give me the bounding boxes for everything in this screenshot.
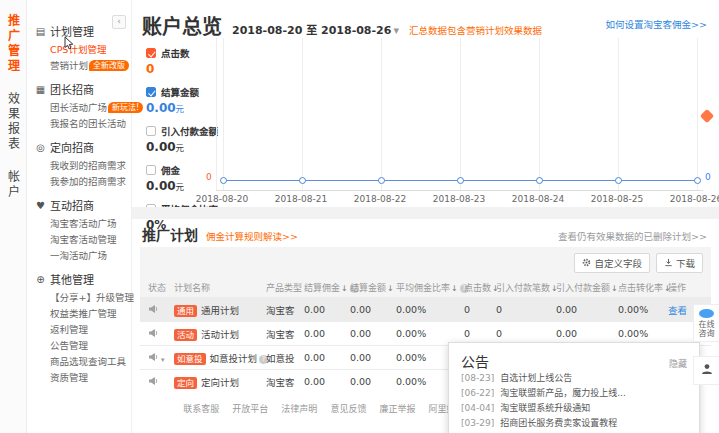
plans-header: 推广计划 佣金计算规则解读>>: [142, 224, 298, 244]
sidebar-section-label: 计划管理: [50, 23, 94, 39]
sidebar-section-label: 互动招商: [50, 197, 94, 213]
sidebar-item[interactable]: 公告管理: [50, 340, 131, 352]
metric-value: 0.00元: [146, 101, 218, 115]
chart-gridline: [697, 38, 698, 190]
commission-rule-link[interactable]: 佣金计算规则解读>>: [206, 229, 298, 243]
sidebar-item[interactable]: 一淘活动广场: [50, 250, 131, 262]
plans-title: 推广计划: [142, 224, 198, 244]
metric-checkbox[interactable]: [146, 165, 156, 175]
sidebar-section-title[interactable]: ◎定向招商: [35, 139, 131, 155]
footer-link[interactable]: 意见反馈: [330, 402, 366, 415]
sidebar-item[interactable]: 资质管理: [50, 372, 131, 384]
sidebar-item[interactable]: 淘宝客活动广场: [50, 218, 131, 230]
column-header: 平均佣金比率: [396, 281, 464, 294]
chart-gridline: [302, 38, 303, 190]
sidebar-collapse-button[interactable]: [112, 15, 126, 29]
product-cell: 淘宝客: [266, 303, 304, 317]
chart-gridline: [381, 38, 382, 190]
sidebar-item[interactable]: 【分享+】升级管理: [50, 292, 131, 304]
plus-circle-icon: ⊕: [35, 274, 46, 285]
vnav-item-promotion-manage[interactable]: 推广管理: [5, 14, 22, 74]
sort-icon[interactable]: [610, 283, 618, 293]
sidebar-menu: ▤计划管理CPS计划管理营销计划全新改版▦团长招商团长活动广场新玩法!我报名的团…: [27, 23, 131, 384]
chart-x-tick: 2018-08-26: [670, 194, 719, 204]
column-label: 引入付款金额: [556, 283, 610, 293]
announcement-item[interactable]: [08-23]自选计划上线公告: [461, 371, 687, 386]
chevron-down-icon: [391, 24, 399, 37]
metric-checkbox[interactable]: [146, 48, 156, 58]
sidebar-section-title[interactable]: ⊕其他管理: [35, 271, 131, 287]
sidebar-item[interactable]: 团长活动广场新玩法!: [50, 102, 131, 114]
chart-point: [694, 177, 701, 184]
column-header: 点击转化率: [618, 281, 668, 294]
contact-person-widget[interactable]: [693, 356, 719, 385]
metric-label: 点击数: [161, 46, 190, 60]
deleted-plans-link[interactable]: 查看仍有效果数据的已删除计划>>: [558, 229, 707, 243]
sort-icon[interactable]: [450, 283, 458, 293]
metric-checkbox[interactable]: [146, 126, 156, 136]
custom-fields-button[interactable]: 自定义字段: [574, 253, 650, 273]
sidebar-item[interactable]: 我报名的团长活动: [50, 118, 131, 130]
vnav-item-effect-report[interactable]: 效果报表: [5, 92, 22, 152]
pay-amount-cell: 0.00: [556, 328, 618, 339]
vertical-nav: 推广管理 效果报表 帐户: [0, 0, 27, 433]
column-header: 状态: [148, 281, 174, 294]
announcement-hide-link[interactable]: 隐藏: [669, 357, 687, 370]
target-icon: ◎: [35, 142, 46, 153]
sort-icon[interactable]: [340, 283, 348, 293]
vnav-item-account[interactable]: 帐户: [5, 170, 22, 200]
chart-gridline: [539, 38, 540, 190]
plans-toolbar: 自定义字段 下载: [140, 247, 711, 278]
sidebar-section-title[interactable]: ▦团长招商: [35, 81, 131, 97]
column-label: 计划名称: [174, 283, 210, 293]
chevron-down-icon[interactable]: ▾: [161, 356, 165, 364]
announcement-item[interactable]: [03-29]招商团长服务费卖家设置教程: [461, 416, 687, 431]
chart-x-tick: 2018-08-23: [433, 194, 485, 204]
metric-unit: 元: [176, 182, 185, 192]
date-range-picker[interactable]: 2018-08-20 至 2018-08-26: [232, 21, 399, 37]
sidebar-item[interactable]: 我收到的招商需求: [50, 160, 131, 172]
sidebar-item[interactable]: 商品选现查询工具: [50, 356, 131, 368]
person-icon: [701, 363, 713, 378]
sidebar-section-title[interactable]: ♥互动招商: [35, 197, 131, 213]
sidebar-item[interactable]: 营销计划全新改版: [50, 60, 131, 72]
footer-link[interactable]: 法律声明: [281, 402, 317, 415]
footer-link[interactable]: 廉正举报: [379, 402, 415, 415]
sidebar-item[interactable]: 返利管理: [50, 324, 131, 336]
plans-table-header: 状态计划名称产品类型结算佣金结算金额平均佣金比率点击数引入付款笔数引入付款金额点…: [140, 278, 711, 297]
announcement-item[interactable]: [04-04]淘宝联盟系统升级通知: [461, 401, 687, 416]
sidebar-item[interactable]: 权益类推广管理: [50, 308, 131, 320]
settle-commission-cell: 0.00: [304, 352, 350, 363]
footer-link[interactable]: 开放平台: [232, 402, 268, 415]
sidebar-item[interactable]: 淘宝客活动管理: [50, 234, 131, 246]
metric-checkbox[interactable]: [146, 87, 156, 97]
cvr-cell: 0.00%: [618, 328, 668, 339]
column-header: 产品类型: [266, 281, 304, 294]
sidebar-item[interactable]: CPS计划管理: [50, 44, 131, 56]
chart-point: [615, 177, 622, 184]
column-label: 结算佣金: [304, 283, 340, 293]
announcement-panel: 公告 隐藏 [08-23]自选计划上线公告[06-22]淘宝联盟新产品，魔力投上…: [448, 342, 700, 433]
sort-icon[interactable]: [386, 283, 394, 293]
status-cell: [148, 304, 174, 316]
column-header: 引入付款笔数: [496, 281, 556, 294]
clicks-cell: 0: [464, 304, 496, 315]
commission-help-link[interactable]: 如何设置淘宝客佣金>>: [606, 17, 707, 31]
sidebar-item[interactable]: 我参加的招商需求: [50, 176, 131, 188]
plan-name-cell: 通用通用计划: [174, 303, 266, 317]
status-cell: ▾: [148, 352, 174, 364]
chart-point: [536, 177, 543, 184]
cvr-cell: 0.00%: [618, 304, 668, 315]
announcement-item[interactable]: [06-22]淘宝联盟新产品，魔力投上线...: [461, 386, 687, 401]
sidebar-section-label: 定向招商: [50, 139, 94, 155]
gear-icon: [582, 258, 591, 269]
announcement-text: 自选计划上线公告: [500, 373, 572, 383]
download-button[interactable]: 下载: [656, 253, 703, 273]
settle-amount-cell: 0.00: [350, 376, 396, 387]
megaphone-icon: [148, 353, 158, 364]
grid-icon: ▦: [35, 84, 46, 95]
view-plan-link[interactable]: 查看: [668, 305, 687, 316]
online-chat-widget[interactable]: 在线 咨询: [693, 304, 719, 342]
metric-unit: 元: [176, 104, 185, 114]
footer-link[interactable]: 联系客服: [183, 402, 219, 415]
